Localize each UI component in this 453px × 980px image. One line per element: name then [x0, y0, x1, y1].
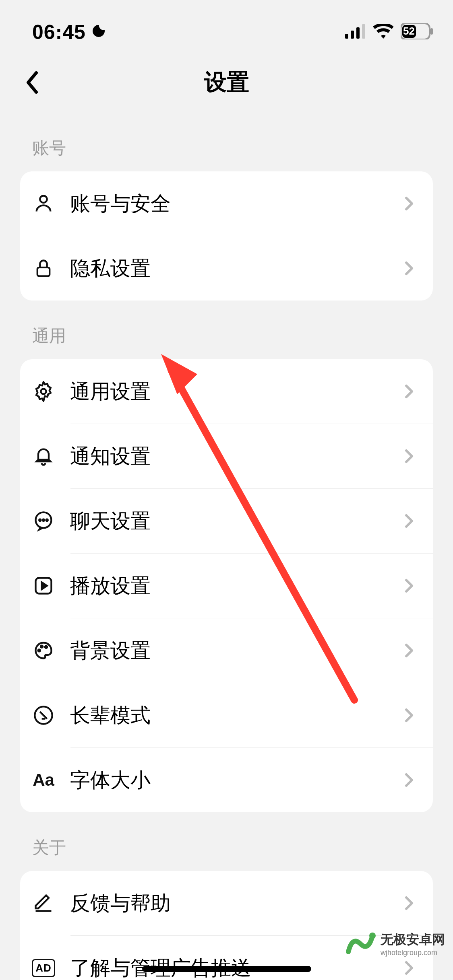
row-label: 通知设置 [70, 443, 402, 470]
svg-point-11 [39, 519, 41, 521]
row-label: 播放设置 [70, 572, 402, 599]
row-privacy[interactable]: 隐私设置 [20, 236, 433, 301]
chevron-right-icon [402, 261, 417, 276]
row-background-settings[interactable]: 背景设置 [20, 618, 433, 683]
chevron-right-icon [402, 773, 417, 787]
pencil-icon [32, 892, 55, 914]
svg-point-7 [40, 196, 47, 203]
chevron-right-icon [402, 384, 417, 399]
chevron-right-icon [402, 514, 417, 528]
elder-mode-icon [32, 704, 55, 727]
status-time-group: 06:45 [32, 21, 107, 44]
row-playback-settings[interactable]: 播放设置 [20, 554, 433, 618]
watermark-logo-icon [344, 928, 376, 960]
svg-point-12 [43, 519, 44, 521]
chevron-right-icon [402, 196, 417, 211]
svg-rect-6 [430, 28, 433, 35]
person-icon [32, 192, 55, 215]
palette-icon [32, 639, 55, 662]
svg-rect-1 [351, 31, 354, 39]
svg-rect-3 [362, 24, 365, 39]
svg-point-17 [41, 646, 43, 648]
row-notification-settings[interactable]: 通知设置 [20, 424, 433, 488]
nav-header: 设置 [0, 52, 453, 113]
lock-icon [32, 257, 55, 280]
signal-icon [345, 24, 366, 40]
svg-marker-15 [42, 582, 47, 589]
chevron-right-icon [402, 896, 417, 910]
status-indicators: 52 [345, 23, 433, 41]
status-bar: 06:45 52 [0, 0, 453, 52]
row-label: 账号与安全 [70, 190, 402, 217]
chevron-right-icon [402, 643, 417, 658]
chevron-right-icon [402, 579, 417, 593]
svg-rect-0 [345, 34, 348, 39]
chevron-right-icon [402, 449, 417, 463]
row-account-security[interactable]: 账号与安全 [20, 171, 433, 236]
battery-level: 52 [403, 25, 415, 37]
row-font-size[interactable]: Aa 字体大小 [20, 748, 433, 812]
card-about: 反馈与帮助 AD 了解与管理广告推送 [20, 871, 433, 980]
wifi-icon [373, 24, 393, 40]
watermark-title: 无极安卓网 [381, 931, 445, 949]
svg-point-18 [45, 646, 47, 648]
row-label: 长辈模式 [70, 702, 402, 729]
svg-point-23 [369, 933, 376, 939]
row-elder-mode[interactable]: 长辈模式 [20, 683, 433, 747]
section-header-account: 账号 [0, 113, 453, 171]
row-label: 字体大小 [70, 767, 402, 794]
section-header-general: 通用 [0, 301, 453, 359]
chat-icon [32, 510, 55, 532]
row-feedback-help[interactable]: 反馈与帮助 [20, 871, 433, 935]
home-indicator [142, 966, 311, 972]
watermark-sub: wjhotelgroup.com [381, 949, 445, 957]
svg-point-9 [41, 389, 46, 394]
ad-icon: AD [32, 957, 55, 979]
card-account: 账号与安全 隐私设置 [20, 171, 433, 301]
svg-point-13 [46, 519, 48, 521]
row-label: 反馈与帮助 [70, 890, 402, 917]
moon-icon [91, 21, 107, 44]
chevron-right-icon [402, 961, 417, 975]
back-button[interactable] [20, 70, 44, 95]
watermark: 无极安卓网 wjhotelgroup.com [344, 928, 445, 960]
chevron-right-icon [402, 708, 417, 723]
svg-rect-2 [356, 27, 360, 39]
battery-icon: 52 [401, 23, 433, 41]
row-general-settings[interactable]: 通用设置 [20, 359, 433, 424]
row-label: 隐私设置 [70, 255, 402, 282]
status-time: 06:45 [32, 21, 86, 44]
svg-point-16 [38, 649, 40, 651]
bell-icon [32, 445, 55, 467]
row-chat-settings[interactable]: 聊天设置 [20, 489, 433, 553]
row-label: 背景设置 [70, 637, 402, 664]
font-size-icon: Aa [32, 769, 55, 791]
svg-rect-8 [37, 268, 50, 276]
row-label: 通用设置 [70, 378, 402, 405]
row-label: 聊天设置 [70, 508, 402, 535]
card-general: 通用设置 通知设置 聊天设置 播放设置 [20, 359, 433, 812]
play-icon [32, 574, 55, 597]
section-header-about: 关于 [0, 812, 453, 871]
gear-icon [32, 380, 55, 403]
page-title: 设置 [204, 67, 249, 98]
